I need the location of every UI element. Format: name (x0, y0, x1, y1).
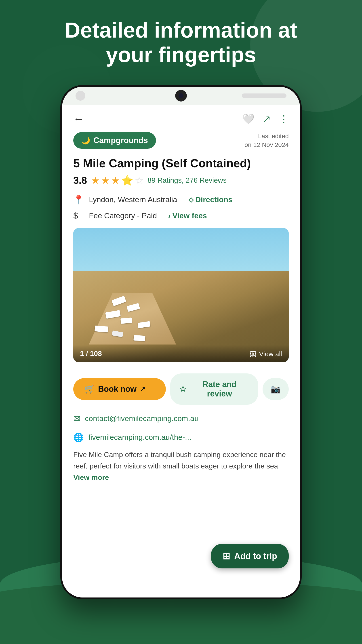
fee-text: Fee Category - Paid (89, 211, 157, 220)
website-link[interactable]: 🌐 fivemilecamping.com.au/the-... (62, 428, 300, 447)
fee-row: $ Fee Category - Paid › View fees (62, 208, 300, 224)
nav-actions: 🤍 ↗ ⋮ (242, 113, 289, 125)
star-3: ★ (111, 175, 120, 186)
aerial-photo (73, 228, 289, 362)
star-5-empty: ☆ (135, 175, 143, 186)
share-icon[interactable]: ↗ (263, 113, 271, 124)
external-link-icon: ↗ (140, 385, 145, 393)
email-text: contact@fivemilecamping.com.au (85, 414, 199, 423)
add-trip-icon: ⊞ (223, 551, 230, 561)
last-edited-info: Last edited on 12 Nov 2024 (245, 132, 289, 149)
fee-icon: $ (73, 211, 84, 220)
email-icon: ✉ (73, 414, 80, 424)
camper-5 (94, 325, 108, 332)
phone-frame: ← 🤍 ↗ ⋮ 🌙 Campgrounds Last edited on 12 … (60, 85, 302, 599)
phone-screen: ← 🤍 ↗ ⋮ 🌙 Campgrounds Last edited on 12 … (62, 87, 300, 598)
directions-link[interactable]: ◇ Directions (188, 195, 232, 204)
photo-counter: 1 / 108 (80, 350, 102, 358)
book-now-button[interactable]: 🛒 Book now ↗ (73, 378, 166, 400)
gallery-icon: 🖼 (250, 350, 256, 358)
star-2: ★ (101, 175, 110, 186)
status-bar (62, 87, 300, 105)
category-label: Campgrounds (93, 136, 148, 145)
bookmark-icon[interactable]: 🤍 (242, 113, 255, 125)
view-all-button[interactable]: 🖼 View all (250, 350, 282, 358)
description-text: Five Mile Camp offers a tranquil bush ca… (62, 447, 300, 486)
camper-4 (120, 318, 132, 324)
photo-container[interactable]: 1 / 108 🖼 View all (73, 228, 289, 362)
rating-number: 3.8 (73, 175, 87, 186)
chevron-right-icon: › (168, 211, 170, 220)
view-fees-link[interactable]: › View fees (168, 211, 207, 220)
camper-8 (133, 335, 145, 341)
add-to-trip-button[interactable]: ⊞ Add to trip (211, 544, 289, 568)
back-button[interactable]: ← (73, 113, 84, 125)
camera-cutout (175, 90, 187, 102)
action-buttons-row: 🛒 Book now ↗ ☆ Rate and review 📷 (62, 367, 300, 409)
cart-icon: 🛒 (84, 384, 94, 394)
location-row: 📍 Lyndon, Western Australia ◇ Directions (62, 192, 300, 208)
view-more-link[interactable]: View more (73, 474, 109, 482)
moon-icon: 🌙 (81, 136, 90, 145)
place-name: 5 Mile Camping (Self Contained) (62, 154, 300, 175)
more-options-icon[interactable]: ⋮ (279, 113, 289, 124)
globe-icon: 🌐 (73, 432, 84, 442)
category-row: 🌙 Campgrounds Last edited on 12 Nov 2024 (62, 130, 300, 154)
status-circle (75, 91, 85, 100)
photo-overlay: 1 / 108 🖼 View all (73, 345, 289, 362)
email-link[interactable]: ✉ contact@fivemilecamping.com.au (62, 409, 300, 428)
directions-icon: ◇ (188, 196, 194, 204)
hero-title: Detailed information at your fingertips (0, 18, 362, 67)
add-photo-button[interactable]: 📷 (263, 378, 289, 400)
location-text: Lyndon, Western Australia (89, 195, 177, 204)
camera-icon: 📷 (271, 384, 281, 394)
star-1: ★ (91, 175, 100, 186)
star-4-half: ⭐ (121, 175, 133, 186)
app-content: ← 🤍 ↗ ⋮ 🌙 Campgrounds Last edited on 12 … (62, 105, 300, 598)
location-icon: 📍 (73, 195, 84, 204)
website-text: fivemilecamping.com.au/the-... (88, 433, 191, 442)
top-navigation: ← 🤍 ↗ ⋮ (62, 105, 300, 130)
rate-review-button[interactable]: ☆ Rate and review (170, 374, 258, 405)
star-rating: ★ ★ ★ ⭐ ☆ (91, 175, 143, 186)
star-icon: ☆ (179, 384, 186, 394)
status-bar-indicators (242, 94, 287, 98)
rating-row: 3.8 ★ ★ ★ ⭐ ☆ 89 Ratings, 276 Reviews (62, 175, 300, 192)
ratings-count: 89 Ratings, 276 Reviews (147, 176, 227, 184)
category-badge[interactable]: 🌙 Campgrounds (73, 132, 156, 149)
